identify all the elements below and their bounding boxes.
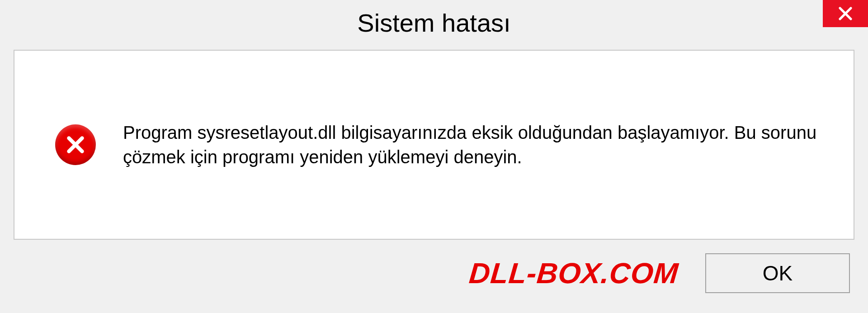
- ok-button[interactable]: OK: [705, 253, 850, 293]
- titlebar: Sistem hatası: [0, 0, 868, 45]
- close-icon: [837, 5, 854, 22]
- close-button[interactable]: [823, 0, 868, 27]
- message-panel: Program sysresetlayout.dll bilgisayarını…: [14, 50, 854, 240]
- error-message: Program sysresetlayout.dll bilgisayarını…: [123, 120, 854, 169]
- watermark-text: DLL-BOX.COM: [467, 256, 679, 290]
- error-icon: [55, 124, 96, 165]
- dialog-title: Sistem hatası: [357, 8, 510, 38]
- footer-area: DLL-BOX.COM OK: [0, 240, 868, 293]
